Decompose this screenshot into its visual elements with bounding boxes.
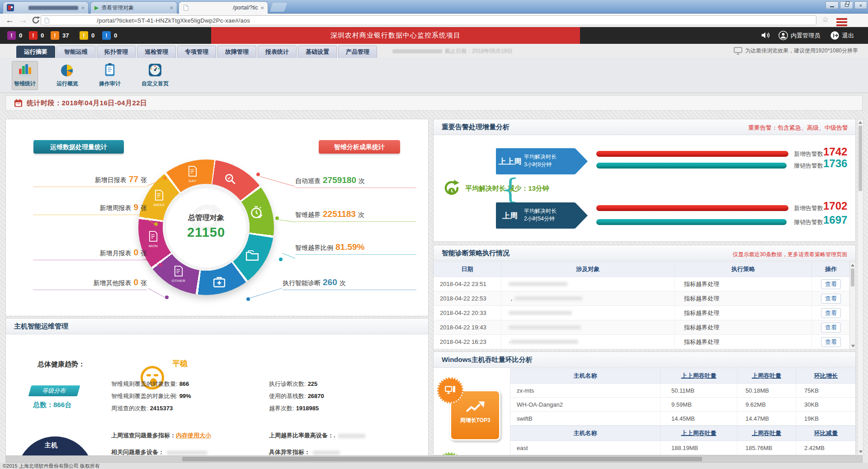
alert-badge-info[interactable]: ! 0	[102, 31, 117, 40]
toolbar-item-custom-home[interactable]: 自定义首页	[139, 62, 171, 88]
scroll-down-icon[interactable]	[851, 345, 855, 347]
col-header-last-week[interactable]: 上周吞吐量	[737, 368, 796, 384]
arrow-shape	[575, 202, 588, 229]
cell-last: 14.47MB	[737, 412, 796, 426]
play-favicon-icon: ▶	[94, 5, 99, 11]
logout-button[interactable]: 退出	[830, 31, 854, 40]
stat-baseline-count: 使用的基线数:26870	[269, 392, 324, 400]
nav-tab-report[interactable]: 报表统计	[258, 46, 297, 58]
cancel-alarm-value: 1736	[823, 157, 856, 170]
cell-delta: 75KB	[796, 384, 856, 398]
window-close-button[interactable]: ×	[854, 1, 867, 9]
new-alarm-label: 新增告警数	[794, 150, 823, 158]
new-tab-button[interactable]	[270, 3, 287, 12]
level-distribution-badge[interactable]: 等级分布	[28, 385, 80, 396]
alert-icon: !	[102, 31, 111, 40]
alert-badge-middle[interactable]: ! 37	[51, 31, 69, 40]
browser-tab-3-active[interactable]: /portal/?tic ×	[179, 1, 268, 14]
stat-period-text: 统计时段：2018年04月16日-04月22日	[27, 99, 147, 108]
col-header-strategy[interactable]: 执行策略	[675, 262, 812, 277]
nav-tab-special[interactable]: 专项管理	[177, 46, 216, 58]
bookmark-star-icon[interactable]: ☆	[822, 15, 829, 24]
cell-object: ，	[501, 291, 675, 306]
cell-host: swiftB	[510, 412, 660, 426]
window-restore-button[interactable]	[840, 1, 853, 9]
nav-tab-summary[interactable]: 运行摘要	[16, 46, 55, 58]
panel-title: Windows主机吞吐量环比分析	[434, 352, 855, 368]
view-button[interactable]: 查看	[821, 308, 841, 318]
nav-tab-patrol[interactable]: 巡检管理	[137, 46, 176, 58]
cell-delta: 30KB	[796, 398, 856, 412]
alarm-increment-panel: 重要告警处理增量分析 重要告警：包含紧急、高级、中级告警 上上周 平均解决时长3…	[433, 119, 856, 242]
col-header-prev-week[interactable]: 上上周吞吐量	[660, 426, 737, 441]
col-header-last-week[interactable]: 上周吞吐量	[737, 426, 796, 441]
col-header-action[interactable]: 操作	[812, 262, 850, 277]
col-header-growth[interactable]: 环比增长	[796, 368, 856, 384]
col-header-object[interactable]: 涉及对象	[501, 262, 675, 277]
stat-monthly-reports: 新增月报表0张	[33, 248, 147, 260]
address-bar[interactable]: /portal/?ticket=ST-41-HNZkTtgXke5ligDwp2…	[41, 15, 816, 25]
summary-icon-toolbar: 智维统计 运行概览 操作审计 自定义首页	[0, 58, 868, 93]
alert-badge-major[interactable]: ! 0	[29, 31, 44, 40]
scrollbar-thumb[interactable]	[859, 126, 862, 191]
view-button[interactable]: 查看	[821, 337, 841, 347]
cell-action: 查看	[812, 335, 850, 349]
stat-rule-covered-count: 智维规则覆盖的对象数量:866	[111, 380, 189, 388]
col-header-decrease[interactable]: 环比减量	[796, 426, 856, 441]
cell-action: 查看	[812, 306, 850, 320]
nav-tab-topology[interactable]: 拓扑管理	[97, 46, 136, 58]
page-icon	[44, 17, 50, 24]
refresh-button[interactable]	[32, 16, 40, 24]
gauge-icon	[147, 62, 163, 78]
toolbar-item-stat[interactable]: 智维统计	[9, 62, 41, 88]
nav-tab-aiops[interactable]: 智能运维	[57, 46, 95, 58]
tab-title-smudge	[28, 6, 78, 10]
browser-menu-button[interactable]	[836, 17, 847, 28]
browser-tab-2[interactable]: ▶ 查看管理对象 ×	[90, 1, 177, 14]
stat-period-bar: 统计时段：2018年04月16日-04月22日	[5, 95, 863, 111]
url-text: /portal/?ticket=ST-41-HNZkTtgXke5ligDwp2…	[53, 17, 250, 24]
scroll-down-icon[interactable]	[859, 450, 863, 453]
forward-button[interactable]: →	[19, 14, 28, 27]
tab-close-icon[interactable]: ×	[81, 5, 85, 11]
cell-date: 2018-04-22 19:43	[434, 320, 501, 335]
table-scrollbar[interactable]	[849, 262, 856, 350]
nav-tab-settings[interactable]: 基础设置	[298, 46, 337, 58]
browser-tab-1[interactable]: ×	[3, 1, 89, 14]
view-button[interactable]: 查看	[821, 294, 841, 304]
page-favicon-icon	[183, 4, 189, 11]
toolbar-item-audit[interactable]: 操作审计	[94, 62, 126, 88]
nav-tab-product[interactable]: 产品管理	[338, 46, 377, 58]
alert-badge-critical[interactable]: ! 0	[7, 31, 22, 40]
sound-toggle[interactable]	[760, 30, 770, 40]
tab-close-icon[interactable]: ×	[170, 5, 173, 11]
scrollbar-thumb[interactable]	[182, 457, 702, 461]
view-button[interactable]: 查看	[821, 279, 841, 289]
day-report-icon: DAY	[183, 166, 203, 183]
cell-delta: 2.42MB	[796, 441, 856, 455]
view-button[interactable]: 查看	[821, 323, 841, 333]
diag-table: 日期 涉及对象 执行策略 操作 2018-04-22 23:51 指标越界处理 …	[434, 262, 850, 349]
cancel-alarm-bar	[596, 219, 787, 225]
col-header-date[interactable]: 日期	[434, 262, 501, 277]
scrollbar-thumb[interactable]	[851, 268, 854, 286]
ring-center-label: 总管理对象	[161, 213, 251, 223]
col-header-prev-week[interactable]: 上上周吞吐量	[660, 368, 737, 384]
toolbar-item-overview[interactable]: 运行概览	[51, 62, 84, 88]
alert-badge-warning[interactable]: ! 0	[80, 31, 94, 40]
cell-delta: 19KB	[796, 412, 856, 426]
pie-chart-icon	[60, 62, 75, 78]
week-before-last-box: 上上周 平均解决时长3小时8分钟	[496, 148, 575, 174]
desktop-screenshot: × ▶ 查看管理对象 × /portal/?tic × × ← → /porta…	[0, 0, 868, 469]
site-favicon-icon	[7, 4, 14, 11]
scroll-up-icon[interactable]	[859, 121, 862, 124]
tab-close-icon[interactable]: ×	[260, 5, 264, 11]
module-nav-bar: 运行摘要 智能运维 拓扑管理 巡检管理 专项管理 故障管理 报表统计 基础设置 …	[0, 44, 868, 58]
window-minimize-button[interactable]	[826, 1, 839, 9]
back-button[interactable]: ←	[5, 14, 14, 27]
user-menu[interactable]: 内置管理员	[778, 31, 820, 40]
nav-tab-fault[interactable]: 故障管理	[217, 46, 256, 58]
scroll-up-icon[interactable]	[851, 264, 854, 267]
horizontal-scrollbar[interactable]	[5, 455, 863, 463]
page-scrollbar[interactable]	[857, 119, 863, 455]
